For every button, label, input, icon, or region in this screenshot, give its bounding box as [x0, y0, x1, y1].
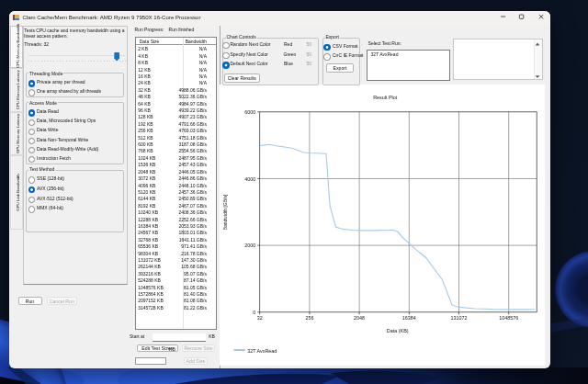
svg-text:4000: 4000 [244, 176, 255, 182]
svg-text:6000: 6000 [244, 109, 255, 115]
svg-text:256: 256 [306, 315, 314, 321]
svg-text:16384: 16384 [402, 315, 416, 321]
svg-text:0: 0 [253, 310, 255, 315]
svg-text:32: 32 [257, 315, 263, 321]
svg-text:Bandwidth [GB/s]: Bandwidth [GB/s] [222, 194, 228, 230]
svg-text:32T AvxRead: 32T AvxRead [247, 348, 277, 354]
svg-text:131072: 131072 [451, 315, 468, 321]
svg-text:1048576: 1048576 [499, 315, 518, 321]
svg-text:2000: 2000 [244, 243, 255, 248]
svg-text:Result Plot: Result Plot [373, 95, 398, 100]
svg-text:Data (KB): Data (KB) [387, 328, 409, 333]
svg-text:2048: 2048 [354, 315, 365, 321]
